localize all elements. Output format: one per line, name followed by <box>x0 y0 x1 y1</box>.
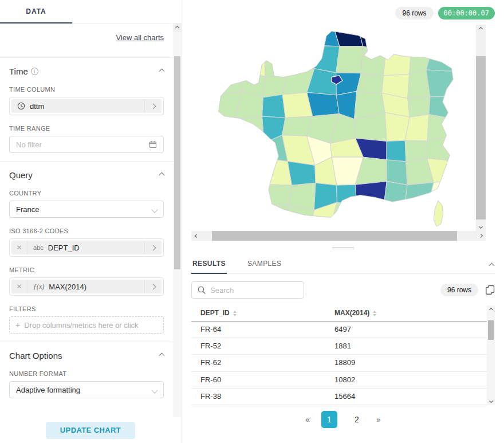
country-select[interactable]: France <box>9 201 164 218</box>
map-department[interactable] <box>264 49 289 76</box>
map-department[interactable] <box>192 138 219 157</box>
tab-results[interactable]: RESULTS <box>191 254 227 274</box>
map-department[interactable] <box>387 160 407 185</box>
map-department[interactable] <box>259 202 288 231</box>
table-vertical-scrollbar[interactable] <box>487 305 495 405</box>
number-format-select[interactable]: Adaptive formatting <box>9 381 164 398</box>
map-department[interactable] <box>427 136 459 162</box>
column-header-dept-id[interactable]: DEPT_ID <box>191 305 325 322</box>
chevron-up-icon[interactable] <box>159 173 165 178</box>
map-department[interactable] <box>235 116 264 143</box>
map-department[interactable] <box>357 73 384 93</box>
scroll-down-arrow[interactable] <box>476 222 486 231</box>
map-department[interactable] <box>426 25 456 49</box>
map-department[interactable] <box>239 202 267 228</box>
scrollbar-thumb[interactable] <box>212 231 457 241</box>
map-department[interactable] <box>355 181 387 208</box>
map-horizontal-scrollbar[interactable] <box>191 231 486 241</box>
map-department[interactable] <box>456 49 476 72</box>
collapse-results-icon[interactable] <box>490 260 494 270</box>
map-department[interactable] <box>427 114 458 141</box>
map-department[interactable] <box>288 206 314 231</box>
sort-icon[interactable] <box>373 311 376 316</box>
sort-icon[interactable] <box>233 311 237 316</box>
map-vertical-scrollbar[interactable] <box>476 25 486 231</box>
tab-samples[interactable]: SAMPLES <box>246 254 283 273</box>
pagination-page-1[interactable]: 1 <box>321 411 337 428</box>
search-box[interactable] <box>191 281 304 299</box>
map-department[interactable] <box>387 140 406 162</box>
chart-options-section-header[interactable]: Chart Options <box>9 351 164 360</box>
scroll-right-arrow[interactable] <box>475 231 486 241</box>
map-department[interactable] <box>242 25 265 53</box>
time-column-field[interactable]: dttm <box>9 97 164 115</box>
map-department[interactable] <box>262 95 286 118</box>
map-department[interactable] <box>191 49 215 70</box>
map-department[interactable] <box>290 25 312 49</box>
map-department[interactable] <box>381 205 407 229</box>
map-department[interactable] <box>452 117 476 139</box>
query-section-header[interactable]: Query <box>9 170 164 180</box>
column-header-max-2014[interactable]: MAX(2014) <box>325 305 487 322</box>
map-department[interactable] <box>426 70 458 97</box>
scroll-up-arrow[interactable] <box>476 25 486 33</box>
scroll-left-arrow[interactable] <box>191 231 202 241</box>
map-department[interactable] <box>191 203 218 229</box>
map-department[interactable] <box>311 27 340 46</box>
map-department[interactable] <box>451 181 476 206</box>
scroll-up-arrow[interactable] <box>487 305 495 314</box>
map-department[interactable] <box>211 25 242 52</box>
map-department[interactable] <box>288 162 316 186</box>
map-department[interactable] <box>405 182 434 206</box>
map-department[interactable] <box>191 157 219 181</box>
map-department[interactable] <box>191 91 215 120</box>
map-department[interactable] <box>408 97 430 117</box>
map-department[interactable] <box>211 52 242 73</box>
map-department[interactable] <box>215 206 240 228</box>
map-department[interactable] <box>239 158 262 184</box>
map-department[interactable] <box>239 182 266 206</box>
map-department[interactable] <box>337 185 357 205</box>
time-range-field[interactable]: No filter <box>9 136 164 153</box>
chevron-up-icon[interactable] <box>159 69 165 75</box>
scrollbar-thumb[interactable] <box>476 56 486 219</box>
chevron-up-icon[interactable] <box>159 353 165 359</box>
map-department[interactable] <box>404 25 433 53</box>
scrollbar-thumb[interactable] <box>174 56 180 269</box>
map-department[interactable] <box>455 206 476 229</box>
map-department[interactable] <box>242 52 265 77</box>
tab-data[interactable]: DATA <box>0 0 72 23</box>
scroll-up-arrow[interactable] <box>173 23 182 32</box>
map-department[interactable] <box>191 181 218 209</box>
map-department[interactable] <box>384 181 408 208</box>
expand-caret[interactable] <box>144 241 162 254</box>
pagination-page-2[interactable]: 2 <box>349 411 365 428</box>
pagination-next[interactable]: » <box>376 415 381 424</box>
remove-icon[interactable]: ✕ <box>11 280 27 293</box>
map-department[interactable] <box>451 160 476 182</box>
search-input[interactable] <box>210 286 290 295</box>
map-department[interactable] <box>452 92 476 120</box>
map-department[interactable] <box>218 181 241 209</box>
expand-caret[interactable] <box>144 99 162 113</box>
map-department[interactable] <box>405 205 428 229</box>
filters-dropzone[interactable]: + Drop columns/metrics here or click <box>9 316 164 334</box>
expand-caret[interactable] <box>144 280 162 293</box>
update-chart-button[interactable]: UPDATE CHART <box>46 422 135 439</box>
copy-icon[interactable] <box>485 285 495 295</box>
map-department[interactable] <box>336 46 363 73</box>
metric-field[interactable]: ✕ ƒ(x) MAX(2014) <box>9 277 164 296</box>
map-department[interactable] <box>191 70 215 96</box>
scrollbar-thumb[interactable] <box>488 320 494 340</box>
map-department[interactable] <box>384 52 411 76</box>
map-department[interactable] <box>307 92 339 116</box>
france-choropleth-map[interactable] <box>191 25 476 231</box>
map-department[interactable] <box>191 25 214 52</box>
view-all-charts-link[interactable]: View all charts <box>116 33 164 42</box>
map-department[interactable] <box>361 46 385 76</box>
map-department[interactable] <box>452 136 476 162</box>
time-section-header[interactable]: Time i <box>9 66 164 76</box>
panel-scrollbar[interactable] <box>173 23 182 443</box>
map-department[interactable] <box>239 135 264 164</box>
pagination-prev[interactable]: « <box>305 415 310 424</box>
